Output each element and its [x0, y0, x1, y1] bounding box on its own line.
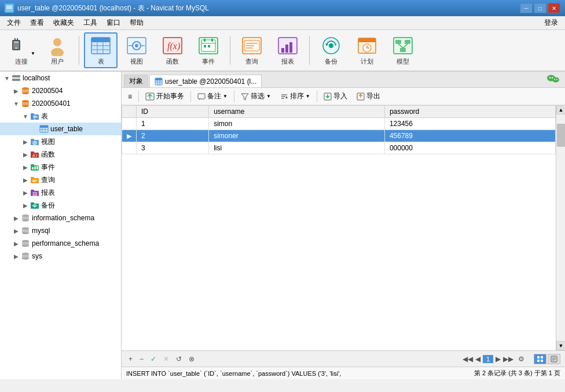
- tree-item-sys[interactable]: ▶ sys: [0, 250, 121, 262]
- minimize-button[interactable]: ─: [520, 3, 533, 13]
- clear-button[interactable]: ⊗: [186, 354, 197, 364]
- filter-btn[interactable]: 筛选 ▼: [237, 89, 275, 103]
- menu-view[interactable]: 查看: [25, 17, 49, 29]
- page-next-button[interactable]: ▶: [496, 355, 501, 363]
- grid-view-button[interactable]: [534, 354, 546, 364]
- toolbar-user[interactable]: 用户: [41, 32, 74, 68]
- col-header-password[interactable]: password: [384, 106, 555, 118]
- table-row[interactable]: 1 simon 123456: [122, 118, 556, 130]
- row-1-password[interactable]: 123456: [384, 118, 555, 130]
- row-3-id[interactable]: 3: [137, 142, 209, 154]
- table-row[interactable]: ▶ 2 simoner 456789: [122, 130, 556, 142]
- settings-button[interactable]: ⚙: [516, 354, 527, 364]
- table-header-row: ID username password: [122, 106, 556, 118]
- row-2-id[interactable]: 2: [137, 130, 209, 142]
- import-btn[interactable]: 导入: [320, 89, 351, 103]
- add-row-button[interactable]: +: [126, 354, 135, 364]
- toolbar-schedule[interactable]: 计划: [350, 32, 384, 68]
- menu-help[interactable]: 帮助: [125, 17, 148, 29]
- page-first-button[interactable]: ◀◀: [463, 355, 473, 363]
- tree-item-mysql[interactable]: ▶ mysql: [0, 224, 121, 237]
- svg-marker-127: [241, 94, 248, 99]
- toolbar-query[interactable]: 查询: [235, 32, 269, 68]
- tree-item-20200504[interactable]: ▶ 20200504: [0, 84, 121, 97]
- tree-label-localhost: localhost: [23, 74, 50, 82]
- tree-item-perf-schema[interactable]: ▶ performance_schema: [0, 237, 121, 250]
- tab-objects[interactable]: 对象: [124, 75, 148, 87]
- toolbar-backup[interactable]: 备份: [314, 32, 348, 68]
- tree-toggle-events: ▶: [21, 164, 30, 171]
- tree-item-events[interactable]: ▶ 事件: [0, 161, 121, 173]
- toolbar-view-label: 视图: [130, 57, 143, 66]
- row-3-username[interactable]: lisi: [209, 142, 385, 154]
- menu-tools[interactable]: 工具: [79, 17, 102, 29]
- row-1-id[interactable]: 1: [137, 118, 209, 130]
- col-header-id[interactable]: ID: [137, 106, 209, 118]
- delete-row-button[interactable]: −: [137, 354, 146, 364]
- sort-btn[interactable]: 排序 ▼: [276, 89, 314, 103]
- page-last-button[interactable]: ▶▶: [503, 355, 513, 363]
- export-btn[interactable]: 导出: [353, 89, 384, 103]
- login-link[interactable]: 登录: [540, 17, 563, 29]
- toolbar-model[interactable]: 模型: [386, 32, 420, 68]
- tree-item-reports[interactable]: ▶ ▤ 报表: [0, 186, 121, 199]
- svg-rect-135: [537, 360, 540, 362]
- tree-item-localhost[interactable]: ▼ localhost: [0, 72, 121, 84]
- toolbar-event[interactable]: 事件: [192, 32, 225, 68]
- row-2-username[interactable]: simoner: [209, 130, 385, 142]
- tree-label-functions: 函数: [41, 150, 55, 160]
- menu-file[interactable]: 文件: [2, 17, 25, 29]
- window-controls[interactable]: ─ □ ✕: [520, 3, 560, 13]
- menu-window[interactable]: 窗口: [102, 17, 125, 29]
- table-row[interactable]: 3 lisi 000000: [122, 142, 556, 154]
- query-icon: [241, 35, 262, 56]
- page-prev-button[interactable]: ◀: [475, 355, 480, 363]
- col-header-username[interactable]: username: [209, 106, 385, 118]
- tree-item-queries[interactable]: ▶ 查询: [0, 173, 121, 186]
- comment-btn[interactable]: 备注 ▼: [193, 89, 232, 103]
- tree-label-20200504: 20200504: [32, 87, 63, 95]
- tree-item-2020050401[interactable]: ▼ 2020050401: [0, 97, 121, 110]
- confirm-button[interactable]: ✓: [148, 354, 159, 364]
- scroll-down-arrow[interactable]: ▼: [556, 341, 565, 350]
- svg-rect-44: [358, 38, 376, 42]
- close-button[interactable]: ✕: [548, 3, 560, 13]
- toolbar-function[interactable]: f(x) 函数: [156, 32, 189, 68]
- row-2-password[interactable]: 456789: [384, 130, 555, 142]
- tree-item-views[interactable]: ▶ 视图: [0, 135, 121, 148]
- vertical-scrollbar[interactable]: ▲ ▼: [556, 105, 565, 350]
- svg-rect-1: [6, 7, 12, 8]
- tree-item-backups[interactable]: ▶ 备份: [0, 199, 121, 212]
- backup-folder-icon: [30, 201, 39, 210]
- transaction-icon: [145, 93, 155, 101]
- toolbar-connect[interactable]: 连接 ▼: [5, 32, 38, 68]
- db-icon-perf-schema: [21, 239, 30, 248]
- tree-toggle-reports: ▶: [21, 190, 30, 196]
- tree-item-functions[interactable]: ▶ f() 函数: [0, 148, 121, 161]
- tree-label-events: 事件: [41, 162, 55, 172]
- menu-favorites[interactable]: 收藏夹: [49, 17, 79, 29]
- scroll-up-arrow[interactable]: ▲: [556, 105, 565, 114]
- toolbar-view[interactable]: 视图: [120, 32, 153, 68]
- func-folder-icon: f(): [30, 150, 39, 159]
- scroll-thumb[interactable]: [557, 124, 565, 147]
- refresh-button[interactable]: ↺: [174, 354, 184, 364]
- tab-user-table[interactable]: user_table @2020050401 (l...: [149, 75, 262, 87]
- tree-item-user-table[interactable]: user_table: [0, 123, 121, 135]
- form-view-button[interactable]: [548, 354, 560, 364]
- row-indicator-header: [122, 106, 137, 118]
- wechat-icon[interactable]: [544, 72, 563, 87]
- maximize-button[interactable]: □: [534, 3, 546, 13]
- tab-bar: 对象 user_table @2020050401 (l...: [122, 72, 565, 88]
- row-1-username[interactable]: simon: [209, 118, 385, 130]
- tree-item-tables[interactable]: ▼ 表: [0, 110, 121, 123]
- toolbar-report[interactable]: 报表: [271, 32, 304, 68]
- begin-transaction-btn[interactable]: 开始事务: [141, 89, 188, 103]
- toolbar-table[interactable]: 表: [84, 32, 118, 68]
- cancel-button[interactable]: ✕: [161, 354, 171, 364]
- row-3-password[interactable]: 000000: [384, 142, 555, 154]
- table-row-icon: [39, 124, 49, 134]
- tree-item-info-schema[interactable]: ▶ information_schema: [0, 212, 121, 224]
- tree-toggle-functions: ▶: [21, 151, 30, 158]
- menu-btn[interactable]: ≡: [124, 90, 136, 103]
